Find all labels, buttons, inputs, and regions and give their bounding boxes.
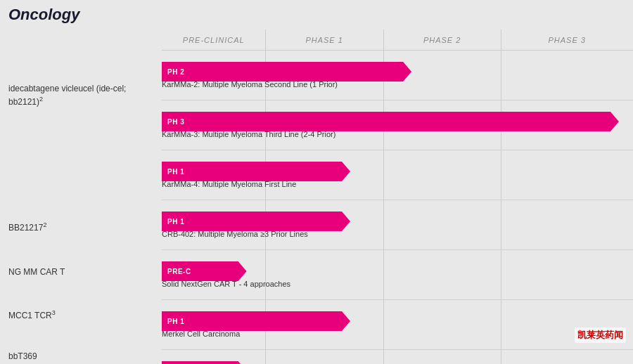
row-karmma4: PH 1 KarMMa-4: Multiple Myeloma First Li… [162,150,633,200]
drug-label-bb21217: BB212172 [0,212,162,258]
drug-labels: idecabtagene vicleucel (ide-cel; bb2121)… [0,30,162,364]
bar-mcc1-tcr-label: PH 1 [162,318,184,325]
bar-mcc1-tcr: PH 1 [162,311,350,331]
row-karmma3: PH 3 KarMMa-3: Multiple Myeloma Third Li… [162,100,633,150]
row-bb21217: PH 1 CRB-402: Multiple Myeloma ≥3 Prior … [162,200,633,250]
trial-mcc1-tcr: Merkel Cell Carcinoma [162,330,240,338]
drug-label-ng-mm-cart: NG MM CAR T [0,258,162,300]
phase-preclinical-header: PRE-CLINICAL [162,36,265,44]
phase1-header: PHASE 1 [265,36,383,44]
bar-ng-mm-cart-label: PRE-C [162,268,191,275]
bar-bb21217-label: PH 1 [162,218,184,226]
bar-bb21217: PH 1 [162,212,350,231]
trial-karmma4: KarMMa-4: Multiple Myeloma First Line [162,180,296,188]
trial-ng-mm-cart: Solid NextGen CAR T - 4 approaches [162,280,290,288]
bar-karmma3-label: PH 3 [162,118,184,126]
bar-karmma2-label: PH 2 [162,68,184,76]
bar-ng-mm-cart: PRE-C [162,261,247,281]
bar-bbt369: PRE-C [162,361,247,364]
trial-karmma2: KarMMa-2: Multiple Myeloma Second Line (… [162,80,338,89]
watermark: 凯莱英药闻 [575,327,626,343]
right-area: PRE-CLINICAL PHASE 1 PHASE 2 PHASE 3 PH … [162,30,633,364]
bar-karmma4: PH 1 [162,162,350,181]
drug-label-ide-cel: idecabtagene vicleucel (ide-cel; bb2121)… [0,72,162,212]
trial-bb21217: CRB-402: Multiple Myeloma ≥3 Prior Lines [162,230,308,238]
drug-label-bbt369: bbT369 [0,342,162,364]
drug-label-mcc1-tcr: MCC1 TCR3 [0,300,162,342]
row-bbt369: PRE-C bNHL [162,350,633,364]
page-title: Oncology [0,0,633,30]
bar-karmma2: PH 2 [162,62,411,82]
phase2-header: PHASE 2 [383,36,501,44]
bar-karmma3: PH 3 [162,112,619,131]
chart-container: idecabtagene vicleucel (ide-cel; bb2121)… [0,30,633,364]
row-mcc1-tcr: PH 1 Merkel Cell Carcinoma [162,300,633,350]
phase-headers: PRE-CLINICAL PHASE 1 PHASE 2 PHASE 3 [162,30,633,51]
row-ng-mm-cart: PRE-C Solid NextGen CAR T - 4 approaches [162,250,633,300]
row-karmma2: PH 2 KarMMa-2: Multiple Myeloma Second L… [162,51,633,100]
bar-karmma4-label: PH 1 [162,168,184,176]
phase3-header: PHASE 3 [501,36,633,44]
trial-karmma3: KarMMa-3: Multiple Myeloma Third Line (2… [162,130,335,138]
